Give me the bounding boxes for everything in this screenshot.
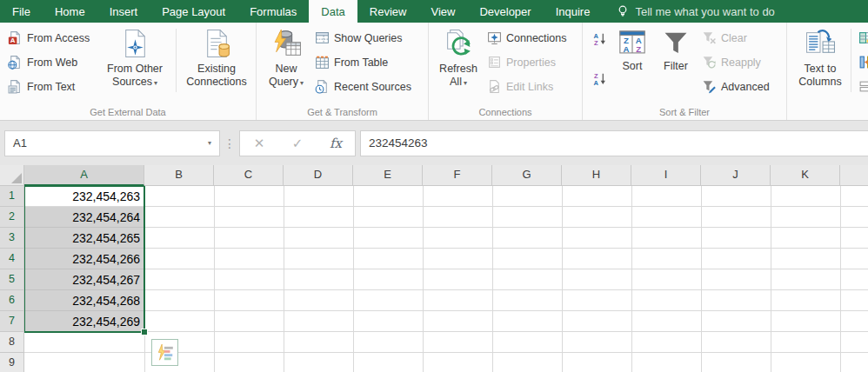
existing-connections-label: Existing Connections xyxy=(179,63,254,89)
connections-button[interactable]: Connections xyxy=(484,30,571,46)
enter-icon[interactable]: ✓ xyxy=(278,136,317,151)
remove-duplicates-icon xyxy=(858,55,868,70)
tab-file[interactable]: File xyxy=(0,0,43,23)
row-header-7[interactable]: 7 xyxy=(0,311,24,332)
row-header-2[interactable]: 2 xyxy=(0,207,24,228)
column-header-G[interactable]: G xyxy=(492,165,562,186)
row-header-3[interactable]: 3 xyxy=(0,228,24,249)
tab-developer[interactable]: Developer xyxy=(467,0,543,23)
column-header-J[interactable]: J xyxy=(701,165,771,186)
svg-text:Z: Z xyxy=(594,39,598,46)
formula-value: 232454263 xyxy=(369,136,428,149)
remove-duplicates-button-partial[interactable] xyxy=(855,54,868,70)
from-text-button[interactable]: From Text xyxy=(4,78,97,95)
from-access-button[interactable]: A From Access xyxy=(4,30,97,46)
from-table-button[interactable]: From Table xyxy=(311,54,415,70)
row-header-5[interactable]: 5 xyxy=(0,269,24,290)
reapply-filter-label: Reapply xyxy=(721,56,761,69)
svg-text:A: A xyxy=(594,79,599,86)
column-header-I[interactable]: I xyxy=(631,165,701,186)
auto-fill-options-button[interactable] xyxy=(151,339,178,366)
sort-az-icon: A Z xyxy=(592,31,607,46)
connections-label: Connections xyxy=(506,32,567,44)
data-tools-partial-icons xyxy=(853,25,868,101)
group-label-get-transform: Get & Transform xyxy=(257,107,428,120)
column-header-A[interactable]: A xyxy=(24,165,144,186)
tab-home[interactable]: Home xyxy=(43,0,97,23)
recent-sources-button[interactable]: Recent Sources xyxy=(311,78,415,95)
tab-view[interactable]: View xyxy=(418,0,467,23)
filter-icon xyxy=(661,28,691,57)
sort-label: Sort xyxy=(623,60,643,73)
name-box-dropdown-icon[interactable]: ▾ xyxy=(208,139,211,147)
row-header-6[interactable]: 6 xyxy=(0,290,24,311)
column-header-E[interactable]: E xyxy=(353,165,423,186)
existing-connections-button[interactable]: Existing Connections xyxy=(179,25,254,101)
show-queries-button[interactable]: Show Queries xyxy=(311,30,415,46)
new-query-button[interactable]: New Query▾ xyxy=(261,25,311,101)
tell-me-label: Tell me what you want to do xyxy=(635,5,774,18)
svg-text:Z: Z xyxy=(636,44,641,54)
row-header-1[interactable]: 1 xyxy=(0,186,24,207)
tab-formulas[interactable]: Formulas xyxy=(237,0,309,23)
sort-ascending-button[interactable]: A Z xyxy=(589,30,611,47)
ribbon: A From Access From Web xyxy=(0,23,868,121)
lightbulb-icon xyxy=(616,4,630,18)
column-header-B[interactable]: B xyxy=(144,165,214,186)
sort-descending-button[interactable]: Z A xyxy=(589,70,611,87)
tab-data[interactable]: Data xyxy=(309,0,357,23)
edit-links-button[interactable]: Edit Links xyxy=(484,78,571,95)
from-table-icon xyxy=(315,55,330,70)
column-header-C[interactable]: C xyxy=(214,165,284,186)
clear-filter-label: Clear xyxy=(721,32,747,44)
row-header-8[interactable]: 8 xyxy=(0,332,24,353)
text-to-columns-button[interactable]: Text to Columns xyxy=(791,25,849,101)
from-table-label: From Table xyxy=(334,56,388,69)
name-box-value: A1 xyxy=(13,136,27,149)
formula-input[interactable]: 232454263 xyxy=(360,130,868,156)
refresh-all-button[interactable]: Refresh All▾ xyxy=(433,25,484,101)
excel-window: FileHomeInsertPage LayoutFormulasDataRev… xyxy=(0,0,868,372)
column-header-H[interactable]: H xyxy=(562,165,631,186)
group-label-get-external-data: Get External Data xyxy=(0,107,256,120)
clear-filter-icon xyxy=(702,30,717,45)
properties-button[interactable]: Properties xyxy=(484,54,571,70)
tab-inquire[interactable]: Inquire xyxy=(544,0,603,23)
row-header-9[interactable]: 9 xyxy=(0,353,24,372)
properties-icon xyxy=(487,55,502,70)
insert-function-icon[interactable]: fx xyxy=(317,136,355,151)
dropdown-arrow-icon: ▾ xyxy=(464,79,467,87)
reapply-filter-button[interactable]: Reapply xyxy=(698,54,773,70)
advanced-filter-button[interactable]: Advanced xyxy=(698,78,773,95)
tab-insert[interactable]: Insert xyxy=(97,0,150,23)
row-header-4[interactable]: 4 xyxy=(0,249,24,269)
from-access-icon: A xyxy=(8,30,23,45)
fill-handle[interactable] xyxy=(141,329,148,335)
data-validation-button-partial[interactable] xyxy=(855,78,868,95)
group-connections: Refresh All▾ Connections xyxy=(429,23,583,120)
tell-me-box[interactable]: Tell me what you want to do xyxy=(616,0,774,23)
column-header-F[interactable]: F xyxy=(423,165,492,186)
column-header-partial[interactable] xyxy=(840,165,868,186)
from-web-button[interactable]: From Web xyxy=(4,54,97,70)
ribbon-tab-bar: FileHomeInsertPage LayoutFormulasDataRev… xyxy=(0,0,868,23)
from-web-icon xyxy=(8,55,23,70)
filter-button[interactable]: Filter xyxy=(653,25,698,101)
group-divider xyxy=(851,29,851,92)
advanced-filter-icon xyxy=(702,79,717,94)
sort-button[interactable]: Z A A Z Sort xyxy=(611,25,653,101)
sort-icon: Z A A Z xyxy=(618,28,647,57)
group-label-sort-filter: Sort & Filter xyxy=(583,107,786,120)
cancel-icon[interactable]: ✕ xyxy=(240,136,278,151)
tab-review[interactable]: Review xyxy=(357,0,419,23)
flash-fill-button-partial[interactable] xyxy=(855,30,868,46)
column-header-K[interactable]: K xyxy=(771,165,840,186)
grid-cells-area[interactable]: 232,454,263232,454,264232,454,265232,454… xyxy=(24,186,868,372)
tab-page-layout[interactable]: Page Layout xyxy=(150,0,237,23)
clear-filter-button[interactable]: Clear xyxy=(698,30,773,46)
name-box[interactable]: A1 ▾ xyxy=(4,130,220,156)
column-header-D[interactable]: D xyxy=(284,165,353,186)
select-all-corner[interactable] xyxy=(0,165,24,186)
advanced-filter-label: Advanced xyxy=(721,81,770,93)
from-other-sources-button[interactable]: From Other Sources▾ xyxy=(97,25,173,101)
